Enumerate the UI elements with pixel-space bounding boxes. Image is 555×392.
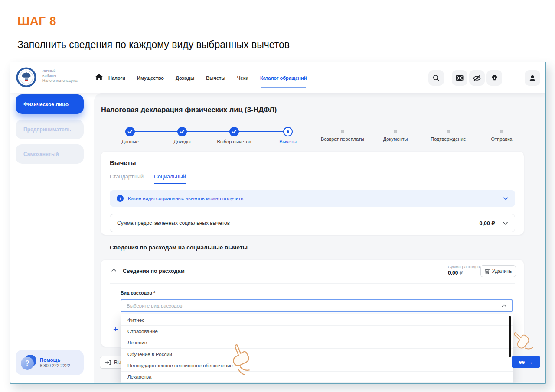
check-icon [232,130,237,134]
eye-off-icon [473,75,481,81]
lightbulb-icon [491,75,498,82]
option-fitnes[interactable]: Фитнес [121,314,513,326]
nav-item-imushchestvo[interactable]: Имущество [137,75,164,81]
user-icon [529,75,536,81]
expenses-sum-currency: ₽ [460,270,463,276]
mail-icon [456,75,464,81]
help-title: Помощь [40,357,70,363]
info-icon: i [117,195,124,202]
chevron-down-icon[interactable] [503,222,508,225]
option-npo[interactable]: Негосударственное пенсионное обеспечение [121,360,513,371]
search-icon [433,75,440,82]
nav-item-nalogi[interactable]: Налоги [108,75,125,81]
expenses-sum-block: Сумма расходов 0.00 ₽ [448,264,480,276]
option-lechenie[interactable]: Лечение [121,337,513,349]
hide-data-button[interactable] [469,70,485,86]
arrow-right-icon: → [528,359,533,365]
check-icon [127,130,133,134]
chevron-up-icon[interactable] [502,304,506,307]
delete-button[interactable]: Удалить [480,265,516,277]
step-heading: ШАГ 8 [17,14,56,28]
deductions-card-title: Вычеты [110,159,136,166]
sidebar-item-predprinimatel[interactable]: Предприниматель [16,120,84,139]
declaration-title: Налоговая декларация физических лиц (3-Н… [101,106,277,114]
chevron-down-icon[interactable] [503,197,508,200]
option-lekarstva[interactable]: Лекарства [121,372,513,383]
nav-item-cheki[interactable]: Чеки [237,75,248,81]
tab-standartnyi[interactable]: Стандартный [110,174,144,184]
expense-type-dropdown: Фитнес Страхование Лечение Обучение в Ро… [121,314,513,383]
expenses-sum-amount: 0.00 [448,270,458,276]
deduction-tabs: Стандартный Социальный [110,174,186,184]
panel-divider [110,283,515,284]
fns-logo-icon [16,67,36,87]
help-phone: 8 800 222 2222 [40,363,70,368]
provided-sum-row[interactable]: Сумма предоставленных социальных вычетов… [110,214,515,232]
profile-button[interactable] [525,70,540,86]
option-strakhovanie[interactable]: Страхование [121,326,513,337]
check-icon [180,130,185,134]
app-window: Личный Кабинет Налогоплательщика Налоги … [10,62,546,384]
home-icon[interactable] [95,74,103,80]
question-icon: ? [21,355,36,370]
info-banner[interactable]: i Какие виды социальных вычетов можно по… [110,190,515,207]
add-expense-button-partial[interactable]: + [113,325,118,334]
option-obuchenie-v-rossii[interactable]: Обучение в России [121,349,513,360]
sidebar-item-fizicheskoe-lico[interactable]: Физическое лицо [16,94,84,114]
expenses-sum-caption: Сумма расходов [448,264,480,269]
expenses-panel-title: Сведения по расходам [123,268,185,274]
expense-type-select[interactable] [121,299,513,312]
tab-sotsialnyi[interactable]: Социальный [154,174,186,184]
nav-item-dokhody[interactable]: Доходы [176,75,194,81]
nav-item-vychety[interactable]: Вычеты [206,75,225,81]
dropdown-scrollbar[interactable] [509,316,511,357]
chevron-up-icon[interactable] [111,269,116,272]
expense-type-label: Вид расходов * [121,290,155,295]
next-button[interactable]: ее → [512,356,540,368]
app-header: Личный Кабинет Налогоплательщика Налоги … [10,62,545,93]
expense-type-input[interactable] [127,303,502,308]
exit-icon [105,360,111,365]
nav-item-katalog-obrashcheniy[interactable]: Каталог обращений [260,75,307,81]
expenses-section-title: Сведения по расходам на социальные вычет… [110,244,248,251]
messages-button[interactable] [452,70,467,86]
step-description: Заполнить сведения по каждому виду выбра… [17,39,290,51]
step-otpravka: Отправка [469,127,534,142]
provided-sum-label: Сумма предоставленных социальных вычетов [117,220,480,226]
deductions-card: Вычеты Стандартный Социальный i Какие ви… [101,152,524,235]
help-card[interactable]: ? Помощь 8 800 222 2222 [16,350,84,375]
search-button[interactable] [428,70,444,86]
trash-icon [485,269,490,274]
logo-caption: Личный Кабинет Налогоплательщика [42,69,77,83]
main-navigation: Налоги Имущество Доходы Вычеты Чеки Ката… [108,62,307,93]
tips-button[interactable] [486,70,502,86]
info-banner-text: Какие виды социальных вычетов можно полу… [128,196,503,201]
sidebar-item-samozanyatyi[interactable]: Самозанятый [16,144,84,164]
current-step-dot [287,130,289,133]
expenses-panel-header: Сведения по расходам Сумма расходов 0.00… [101,260,524,282]
provided-sum-value: 0,00 ₽ [480,220,496,227]
